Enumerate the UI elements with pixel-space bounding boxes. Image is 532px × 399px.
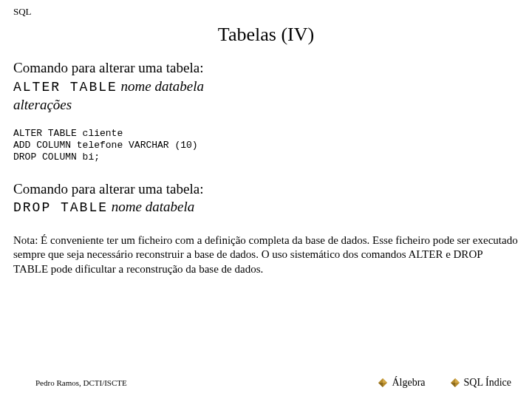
nav-link-label: SQL Índice <box>464 377 511 389</box>
svg-marker-5 <box>451 383 455 387</box>
drop-arg: nome databela <box>112 199 194 214</box>
nav-link-sql-index[interactable]: SQL Índice <box>451 377 511 389</box>
page-title: Tabelas (IV) <box>13 24 519 46</box>
drop-section: Comando para alterar uma tabela: DROP TA… <box>13 180 519 217</box>
alter-arg: nome databela <box>121 78 204 94</box>
drop-intro: Comando para alterar uma tabela: <box>13 180 519 199</box>
footer: Pedro Ramos, DCTI/ISCTE Álgebra SQL Índi… <box>0 377 532 389</box>
code-line-1: ALTER TABLE cliente <box>13 128 123 139</box>
alter-changes: alterações <box>13 96 519 115</box>
code-line-3: DROP COLUMN bi; <box>13 151 100 163</box>
alter-syntax: ALTER TABLE nome databela <box>13 78 519 96</box>
nav-link-algebra[interactable]: Álgebra <box>378 377 425 389</box>
diamond-icon <box>451 378 460 387</box>
alter-section: Comando para alterar uma tabela: ALTER T… <box>13 59 519 115</box>
drop-syntax: DROP TABLE nome databela <box>13 198 519 216</box>
svg-marker-4 <box>455 378 460 383</box>
note-text: Nota: É conveniente ter um ficheiro com … <box>13 233 519 277</box>
svg-marker-2 <box>378 383 383 387</box>
code-line-2: ADD COLUMN telefone VARCHAR (10) <box>13 140 198 151</box>
svg-marker-1 <box>383 378 387 383</box>
diamond-icon <box>378 378 387 387</box>
header-label: SQL <box>13 6 519 18</box>
footer-author: Pedro Ramos, DCTI/ISCTE <box>35 378 127 387</box>
drop-keyword: DROP TABLE <box>13 200 108 215</box>
alter-intro: Comando para alterar uma tabela: <box>13 59 519 78</box>
nav-link-label: Álgebra <box>392 377 425 389</box>
alter-keyword: ALTER TABLE <box>13 80 117 95</box>
footer-nav: Álgebra SQL Índice <box>378 377 511 389</box>
code-example: ALTER TABLE cliente ADD COLUMN telefone … <box>13 128 519 164</box>
